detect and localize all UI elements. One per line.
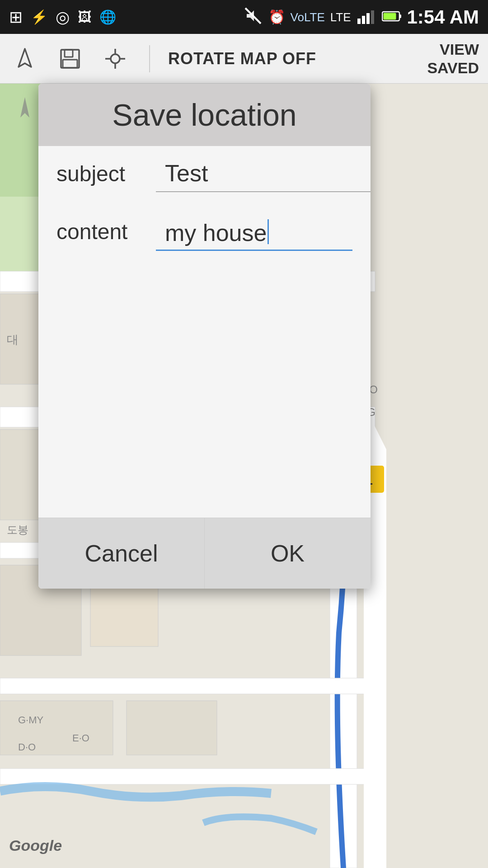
- svg-rect-38: [399, 14, 401, 18]
- add-icon: ⊞: [9, 9, 23, 25]
- alarm-icon: ⏰: [268, 10, 285, 24]
- save-button[interactable]: [54, 43, 86, 75]
- svg-rect-37: [383, 13, 396, 19]
- dialog-title-bar: Save location: [38, 84, 371, 146]
- svg-rect-39: [61, 50, 79, 68]
- svg-rect-6: [0, 678, 375, 694]
- svg-point-42: [111, 54, 120, 63]
- content-input-container: my house: [156, 215, 352, 251]
- svg-text:대: 대: [7, 333, 19, 346]
- navigation-button[interactable]: [9, 43, 41, 75]
- dialog-title-text: Save location: [112, 98, 296, 132]
- subject-label: subject: [56, 161, 156, 186]
- battery-icon: [382, 9, 402, 25]
- content-label: content: [56, 215, 156, 244]
- location-icon: ◎: [56, 9, 70, 25]
- status-bar: ⊞ ⚡ ◎ 🖼 🌐 ⏰ VoLTE LTE: [0, 0, 488, 34]
- view-saved-label: VIEW SAVED: [427, 41, 479, 76]
- svg-rect-35: [371, 10, 374, 24]
- globe-icon: 🌐: [99, 10, 116, 24]
- dialog-body: subject content my house: [38, 146, 371, 518]
- svg-rect-33: [362, 16, 365, 24]
- view-saved-button[interactable]: VIEW SAVED: [427, 40, 479, 77]
- svg-rect-15: [0, 701, 113, 755]
- lte-icon: VoLTE: [291, 11, 325, 23]
- dialog-buttons: Cancel OK: [38, 518, 371, 589]
- svg-text:G·MY: G·MY: [18, 714, 44, 726]
- toolbar-divider: [149, 45, 150, 72]
- lte2-icon: LTE: [330, 11, 351, 23]
- save-location-dialog: Save location subject content my house C…: [38, 84, 371, 589]
- svg-rect-7: [0, 769, 375, 784]
- google-label: Google: [9, 837, 62, 854]
- status-icons-right: ⏰ VoLTE LTE 1:54 AM: [243, 6, 479, 28]
- svg-text:D·O: D·O: [18, 741, 36, 753]
- text-cursor: [267, 219, 269, 244]
- status-time: 1:54 AM: [407, 6, 479, 28]
- signal-icon: [357, 6, 376, 28]
- svg-rect-16: [127, 701, 217, 755]
- content-value-text: my house: [165, 219, 267, 246]
- subject-field-row: subject: [38, 146, 371, 201]
- svg-rect-41: [63, 60, 77, 68]
- svg-rect-34: [366, 13, 370, 24]
- svg-text:E·O: E·O: [72, 732, 89, 744]
- google-watermark: Google: [9, 837, 62, 854]
- content-field-row: content my house: [38, 201, 371, 518]
- usb-icon: ⚡: [31, 10, 47, 24]
- svg-text:도봉: 도봉: [7, 524, 28, 536]
- toolbar: ROTATE MAP OFF VIEW SAVED: [0, 34, 488, 84]
- status-icons-left: ⊞ ⚡ ◎ 🖼 🌐: [9, 9, 116, 25]
- svg-rect-32: [357, 19, 361, 24]
- ok-button[interactable]: OK: [205, 518, 371, 589]
- content-input-underline: [156, 250, 352, 251]
- my-location-button[interactable]: [99, 43, 131, 75]
- mute-icon: [243, 6, 263, 28]
- image-icon: 🖼: [78, 10, 91, 24]
- content-display: my house: [156, 215, 352, 251]
- rotate-map-button[interactable]: ROTATE MAP OFF: [168, 49, 413, 68]
- svg-rect-40: [65, 50, 73, 57]
- cancel-button[interactable]: Cancel: [38, 518, 205, 589]
- subject-input[interactable]: [156, 155, 371, 192]
